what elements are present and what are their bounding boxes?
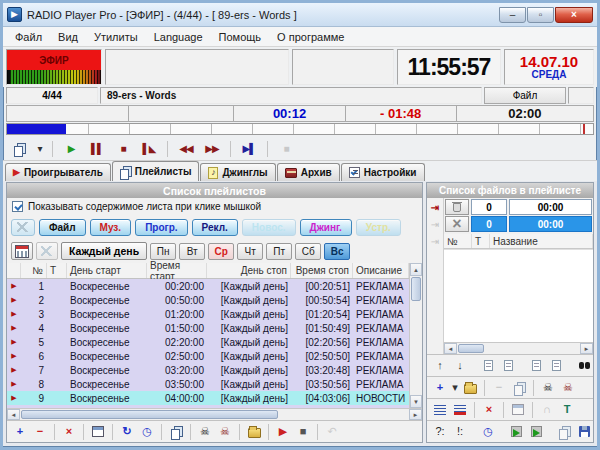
horizontal-scrollbar[interactable]: ◄ ► bbox=[7, 408, 422, 420]
menu-utilities[interactable]: Утилиты bbox=[86, 29, 146, 45]
filter-music-button[interactable]: Муз. bbox=[90, 219, 132, 236]
column-header-c-tstop[interactable]: Время стоп bbox=[291, 263, 353, 278]
remove-selected-button[interactable]: × bbox=[445, 216, 469, 232]
playlist-row[interactable]: ▶5Воскресенье02:20:00[Каждый день][02:20… bbox=[7, 335, 409, 349]
on-air-indicator[interactable]: ЭФИР bbox=[6, 49, 102, 85]
playlist-row[interactable]: ▶3Воскресенье01:20:00[Каждый день][01:20… bbox=[7, 307, 409, 321]
time-button[interactable]: ◷ bbox=[478, 423, 498, 441]
add-playlist-button[interactable]: + bbox=[10, 423, 30, 441]
schedule-time-button[interactable]: ◷ bbox=[137, 423, 157, 441]
day-button-mon[interactable]: Пн bbox=[150, 243, 176, 260]
day-button-fri[interactable]: Пт bbox=[266, 243, 292, 260]
show-content-label[interactable]: Показывать содержимое листа при клике мы… bbox=[28, 201, 261, 212]
mode-button[interactable] bbox=[7, 139, 31, 159]
tab-settings[interactable]: Настройки bbox=[341, 163, 425, 181]
page-blank-button[interactable] bbox=[546, 357, 566, 375]
scroll-up-button[interactable]: ▲ bbox=[410, 263, 422, 276]
column-header-c-dstart[interactable]: День старт bbox=[67, 263, 147, 278]
files-scroll-right-button[interactable]: ► bbox=[580, 343, 593, 354]
files-column-header-fc-num[interactable]: № bbox=[444, 234, 472, 248]
column-header-c-t[interactable]: T bbox=[47, 263, 67, 278]
clear-list-button[interactable] bbox=[445, 199, 469, 215]
files-horizontal-scrollbar[interactable]: ◄ ► bbox=[444, 342, 593, 354]
scroll-down-button[interactable]: ▼ bbox=[410, 395, 422, 408]
menu-file[interactable]: Файл bbox=[7, 29, 50, 45]
fade-button[interactable]: ▌◣ bbox=[137, 139, 161, 159]
menu-about[interactable]: О программе bbox=[269, 29, 352, 45]
playlist-properties-button[interactable] bbox=[88, 423, 108, 441]
day-button-wed[interactable]: Ср bbox=[208, 243, 234, 260]
day-button-sun[interactable]: Вс bbox=[324, 243, 350, 260]
calendar-button[interactable] bbox=[11, 242, 33, 260]
playlist-row[interactable]: ▶2Воскресенье00:50:00[Каждый день][00:50… bbox=[7, 293, 409, 307]
tab-archive[interactable]: Архив bbox=[277, 163, 340, 181]
send-to-player-button[interactable]: ⇥ bbox=[428, 200, 443, 214]
stop-playlist-button[interactable]: ■ bbox=[293, 423, 313, 441]
playlist-row[interactable]: ▶7Воскресенье03:20:00[Каждый день][03:20… bbox=[7, 363, 409, 377]
minimize-button[interactable]: – bbox=[499, 7, 526, 23]
menu-language[interactable]: Language bbox=[146, 29, 211, 45]
skull-black-button[interactable]: ☠ bbox=[195, 423, 215, 441]
files-column-header-fc-t[interactable]: T bbox=[472, 234, 490, 248]
add-file-button[interactable]: + bbox=[430, 379, 450, 397]
every-day-button[interactable]: Каждый день bbox=[61, 242, 147, 260]
files-list[interactable] bbox=[444, 249, 593, 342]
playlist-row[interactable]: ▶9Воскресенье04:00:00[Каждый день][04:03… bbox=[7, 391, 409, 405]
files-scroll-left-button[interactable]: ◄ bbox=[444, 343, 457, 354]
forward-button[interactable]: ▶▶ bbox=[200, 139, 224, 159]
skull-black-button[interactable]: ☠ bbox=[538, 379, 558, 397]
column-header-c-desc[interactable]: Описание bbox=[353, 263, 409, 278]
playlist-row[interactable]: ▶6Воскресенье02:50:00[Каждый день][02:50… bbox=[7, 349, 409, 363]
day-button-sat[interactable]: Сб bbox=[295, 243, 321, 260]
day-button-tue[interactable]: Вт bbox=[179, 243, 205, 260]
close-button[interactable]: × bbox=[555, 7, 593, 23]
add-folder-button[interactable] bbox=[460, 379, 480, 397]
filter-file-button[interactable]: Файл bbox=[39, 219, 86, 236]
files-hscroll-track[interactable] bbox=[485, 343, 580, 354]
stop-button[interactable]: ■ bbox=[111, 139, 135, 159]
set-question-time-button[interactable]: ?: bbox=[430, 423, 450, 441]
tab-playlists[interactable]: Плейлисты bbox=[112, 161, 200, 181]
insert-bottom-button[interactable] bbox=[498, 357, 518, 375]
pause-button[interactable]: ▌▌ bbox=[85, 139, 109, 159]
open-folder-button[interactable] bbox=[244, 423, 264, 441]
refresh-button[interactable]: ↻ bbox=[117, 423, 137, 441]
add-file-dropdown-button[interactable]: ▾ bbox=[450, 379, 460, 397]
insert-top-button[interactable] bbox=[478, 357, 498, 375]
next-track-button[interactable]: ▶▌ bbox=[237, 139, 261, 159]
skull-red-button[interactable]: ☠ bbox=[558, 379, 578, 397]
list-remove-button[interactable] bbox=[450, 401, 470, 419]
filter-jingle-button[interactable]: Джинг. bbox=[300, 219, 352, 236]
menu-help[interactable]: Помощь bbox=[211, 29, 270, 45]
files-column-header-fc-name[interactable]: Название bbox=[490, 234, 593, 248]
column-header-c-tstart[interactable]: Время старт bbox=[147, 263, 207, 278]
scroll-track[interactable] bbox=[410, 302, 422, 395]
export-list-button[interactable] bbox=[506, 423, 526, 441]
scroll-right-button[interactable]: ► bbox=[409, 409, 422, 420]
mode-dropdown-button[interactable]: ▾ bbox=[33, 139, 46, 159]
remove-playlist-button[interactable]: − bbox=[30, 423, 50, 441]
scroll-left-button[interactable]: ◄ bbox=[7, 409, 20, 420]
column-header-c-num[interactable]: № bbox=[21, 263, 47, 278]
search-button[interactable] bbox=[574, 357, 594, 375]
tab-player[interactable]: ▶Проигрыватель bbox=[5, 163, 111, 181]
skull-red-button[interactable]: ☠ bbox=[215, 423, 235, 441]
tab-jingles[interactable]: ♪Джинглы bbox=[200, 163, 275, 181]
vertical-scrollbar[interactable]: ▲ ▼ bbox=[409, 263, 422, 408]
filter-advert-button[interactable]: Рекл. bbox=[192, 219, 238, 236]
column-header-c-dstop[interactable]: День стоп bbox=[207, 263, 291, 278]
page-clear-button[interactable] bbox=[526, 357, 546, 375]
set-exact-time-button[interactable]: !: bbox=[450, 423, 470, 441]
delete-playlist-button[interactable]: × bbox=[59, 423, 79, 441]
show-content-checkbox[interactable] bbox=[12, 201, 23, 212]
playlist-row[interactable]: ▶4Воскресенье01:50:00[Каждый день][01:50… bbox=[7, 321, 409, 335]
menu-view[interactable]: Вид bbox=[50, 29, 86, 45]
play-playlist-button[interactable]: ▶ bbox=[273, 423, 293, 441]
list-view-button[interactable] bbox=[430, 401, 450, 419]
file-type-button[interactable]: Файл bbox=[484, 87, 566, 104]
text-info-button[interactable]: T bbox=[557, 401, 577, 419]
files-hscroll-thumb[interactable] bbox=[458, 344, 484, 353]
playlist-row[interactable]: ▶1Воскресенье00:20:00[Каждый день][00:20… bbox=[7, 279, 409, 293]
delete-file-button[interactable]: × bbox=[479, 401, 499, 419]
save-list-button[interactable] bbox=[574, 423, 594, 441]
